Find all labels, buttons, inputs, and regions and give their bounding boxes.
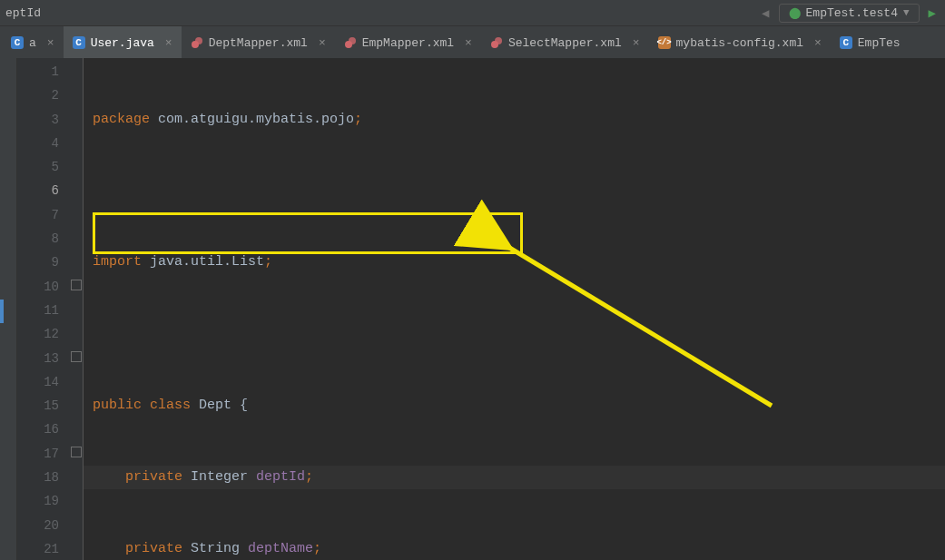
editor-tab[interactable]: Ca× <box>2 26 64 59</box>
close-tab-icon[interactable]: × <box>465 36 472 50</box>
chevron-down-icon: ▼ <box>903 7 910 18</box>
tab-label: mybatis-config.xml <box>676 36 803 50</box>
code-area[interactable]: package com.atguigu.mybatis.pojo; import… <box>84 58 945 560</box>
line-number: 14 <box>17 370 59 394</box>
line-number: 3 <box>17 108 59 132</box>
line-number: 13 <box>17 347 59 370</box>
line-number: 10 <box>17 275 59 299</box>
editor-tab[interactable]: EmpMapper.xml× <box>335 26 481 59</box>
line-number: 16 <box>17 418 59 441</box>
line-number: 4 <box>17 132 59 155</box>
tab-label: EmpTes <box>858 36 901 50</box>
editor-tab[interactable]: CUser.java× <box>64 26 182 59</box>
line-number: 12 <box>17 322 59 346</box>
editor-tab-bar: Ca×CUser.java×DeptMapper.xml×EmpMapper.x… <box>0 26 945 60</box>
tab-label: DeptMapper.xml <box>209 36 308 50</box>
code-line: public class Dept { <box>84 394 945 418</box>
code-line: private String deptName; <box>84 537 945 560</box>
file-type-icon: C <box>11 36 24 49</box>
editor: 12345678910111213141516171819202122 pack… <box>0 58 945 560</box>
file-type-icon <box>490 36 503 49</box>
run-button[interactable]: ▶ <box>925 5 940 21</box>
run-icon: ⬤ <box>789 6 801 20</box>
marker-strip <box>0 58 17 560</box>
file-type-icon <box>344 36 357 49</box>
file-type-icon: C <box>73 36 85 49</box>
run-config-label: EmpTest.test4 <box>806 6 898 20</box>
line-number: 8 <box>17 227 59 251</box>
nav-back-icon[interactable]: ◀ <box>758 5 773 21</box>
line-number: 6 <box>17 179 59 202</box>
fold-toggle[interactable] <box>71 280 82 290</box>
file-type-icon: </> <box>658 36 671 49</box>
code-line: import java.util.List; <box>84 251 945 274</box>
breadcrumb-bar: eptId ◀ ⬤ EmpTest.test4 ▼ ▶ <box>0 0 945 26</box>
close-tab-icon[interactable]: × <box>47 36 54 50</box>
editor-tab[interactable]: SelectMapper.xml× <box>481 26 649 59</box>
tab-label: a <box>29 36 36 50</box>
line-number: 17 <box>17 442 59 466</box>
fold-toggle[interactable] <box>71 351 82 362</box>
code-line <box>84 322 945 346</box>
breadcrumb-text: eptId <box>5 6 41 20</box>
code-line: package com.atguigu.mybatis.pojo; <box>84 108 945 132</box>
fold-gutter <box>68 58 84 560</box>
editor-tab[interactable]: DeptMapper.xml× <box>182 26 335 59</box>
line-number: 21 <box>17 537 59 560</box>
line-number: 18 <box>17 466 59 489</box>
code-line <box>84 179 945 202</box>
line-number: 9 <box>17 251 59 274</box>
close-tab-icon[interactable]: × <box>319 36 326 50</box>
tab-label: EmpMapper.xml <box>362 36 454 50</box>
line-number: 20 <box>17 514 59 537</box>
code-line-current: private Integer deptId; <box>84 466 945 489</box>
method-marker <box>0 300 4 323</box>
run-config-selector[interactable]: ⬤ EmpTest.test4 ▼ <box>779 4 920 23</box>
close-tab-icon[interactable]: × <box>633 36 640 50</box>
line-number-gutter: 12345678910111213141516171819202122 <box>17 58 68 560</box>
editor-tab[interactable]: </>mybatis-config.xml× <box>649 26 831 59</box>
line-number: 7 <box>17 203 59 227</box>
svg-point-3 <box>349 37 356 44</box>
svg-point-5 <box>495 37 502 44</box>
line-number: 19 <box>17 489 59 513</box>
editor-tab[interactable]: CEmpTes <box>831 26 910 59</box>
line-number: 15 <box>17 394 59 418</box>
tab-label: SelectMapper.xml <box>508 36 622 50</box>
svg-point-1 <box>195 37 202 44</box>
close-tab-icon[interactable]: × <box>814 36 822 50</box>
line-number: 5 <box>17 155 59 179</box>
file-type-icon: C <box>840 36 852 49</box>
file-type-icon <box>191 36 203 49</box>
tab-label: User.java <box>91 36 154 50</box>
fold-toggle[interactable] <box>71 447 82 457</box>
line-number: 1 <box>17 60 59 84</box>
line-number: 11 <box>17 299 59 322</box>
close-tab-icon[interactable]: × <box>165 36 172 50</box>
line-number: 2 <box>17 84 59 107</box>
